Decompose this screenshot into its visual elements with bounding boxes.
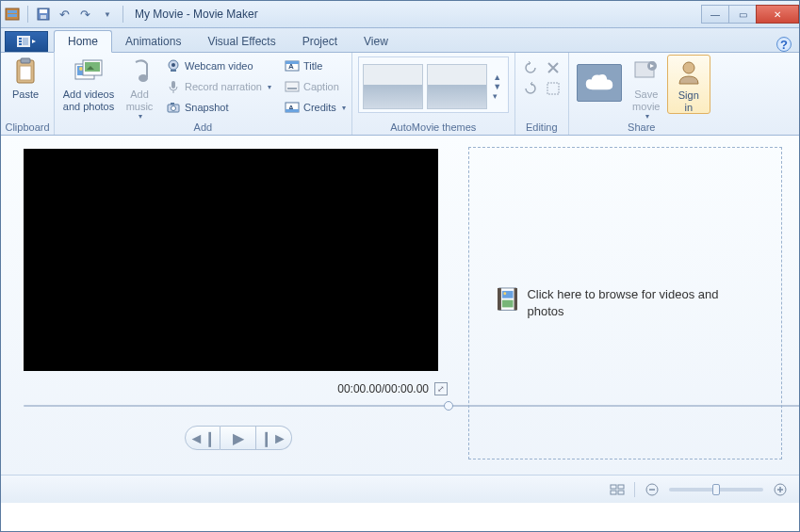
gallery-more-button[interactable]: ▲▼▾ — [491, 73, 504, 101]
group-editing: Editing — [515, 53, 569, 135]
preview-pane: 00:00.00/00:00.00 ⤢ ◄❙ ▶ ❙► — [1, 136, 463, 475]
title-button[interactable]: A Title — [283, 56, 348, 75]
camera-icon — [166, 100, 181, 115]
svg-rect-47 — [502, 291, 514, 298]
time-display: 00:00.00/00:00.00 — [337, 382, 429, 395]
save-movie-icon — [631, 56, 661, 87]
svg-point-25 — [171, 63, 175, 67]
add-videos-label: Add videos and photos — [63, 89, 114, 112]
svg-rect-10 — [23, 38, 28, 45]
tab-project[interactable]: Project — [289, 31, 351, 52]
svg-rect-35 — [286, 82, 299, 91]
play-button[interactable]: ▶ — [220, 426, 256, 450]
paste-button[interactable]: Paste — [5, 55, 46, 101]
file-tab[interactable] — [5, 31, 48, 52]
cloud-icon — [577, 64, 622, 102]
seek-slider[interactable] — [24, 401, 453, 411]
minimize-button[interactable]: — — [701, 5, 729, 24]
save-movie-button[interactable]: Save movie▾ — [626, 55, 667, 121]
caption-button[interactable]: Caption — [283, 77, 348, 96]
theme-thumbnail[interactable] — [427, 64, 487, 109]
add-music-button[interactable]: Add music▾ — [119, 55, 160, 121]
title-label: Title — [303, 60, 322, 72]
webcam-icon — [166, 58, 181, 73]
group-clipboard: Paste Clipboard — [1, 53, 55, 135]
theme-thumbnail[interactable] — [363, 64, 423, 109]
fullscreen-icon[interactable]: ⤢ — [434, 382, 448, 395]
storyboard-pane: Click here to browse for videos and phot… — [463, 136, 799, 475]
automovie-gallery[interactable]: ▲▼▾ — [358, 56, 509, 113]
svg-rect-13 — [20, 66, 31, 80]
title-icon: A — [285, 58, 300, 73]
credits-icon: A — [285, 100, 300, 115]
zoom-in-button[interactable] — [773, 482, 788, 497]
svg-rect-40 — [547, 83, 559, 94]
rotate-left-icon[interactable] — [523, 60, 538, 75]
video-preview — [24, 149, 438, 371]
group-label-editing: Editing — [519, 121, 564, 135]
next-frame-button[interactable]: ❙► — [256, 426, 292, 450]
drop-text: Click here to browse for videos and phot… — [527, 286, 753, 319]
svg-rect-26 — [171, 70, 176, 72]
svg-point-48 — [503, 293, 506, 296]
clipboard-icon — [10, 56, 41, 87]
paste-label: Paste — [12, 89, 39, 101]
help-icon[interactable]: ? — [776, 37, 792, 52]
group-label-clipboard: Clipboard — [5, 121, 50, 135]
rotate-right-icon[interactable] — [523, 81, 538, 96]
svg-rect-36 — [287, 88, 297, 89]
redo-icon[interactable]: ↷ — [77, 7, 92, 22]
webcam-video-button[interactable]: Webcam video — [164, 56, 273, 75]
credits-button[interactable]: A Credits▾ — [283, 98, 348, 117]
svg-rect-27 — [171, 81, 175, 89]
svg-point-23 — [139, 74, 148, 82]
svg-rect-4 — [40, 9, 47, 13]
snapshot-label: Snapshot — [185, 102, 228, 113]
zoom-slider[interactable] — [669, 488, 763, 492]
zoom-thumb[interactable] — [712, 484, 720, 495]
tab-view[interactable]: View — [351, 31, 401, 52]
svg-rect-46 — [514, 288, 518, 310]
app-icon — [5, 7, 20, 22]
maximize-button[interactable]: ▭ — [728, 5, 757, 24]
seek-thumb[interactable] — [444, 401, 453, 411]
add-music-label: Add music — [126, 89, 154, 112]
snapshot-button[interactable]: Snapshot — [164, 98, 273, 117]
tab-visual-effects[interactable]: Visual Effects — [194, 31, 288, 52]
delete-icon[interactable] — [546, 60, 561, 75]
thumbnails-view-icon[interactable] — [610, 482, 625, 497]
window-controls: — ▭ ✕ — [702, 5, 799, 24]
person-icon — [674, 57, 704, 88]
music-icon — [124, 56, 155, 87]
caption-icon — [285, 79, 300, 94]
cloud-button[interactable] — [573, 55, 626, 104]
group-label-automovie: AutoMovie themes — [356, 121, 511, 135]
tab-home[interactable]: Home — [54, 30, 112, 53]
sign-in-label: Sign in — [678, 89, 699, 113]
group-label-add: Add — [58, 121, 348, 135]
playback-controls: ◄❙ ▶ ❙► — [24, 426, 453, 450]
microphone-icon — [166, 79, 181, 94]
select-all-icon[interactable] — [546, 81, 561, 96]
svg-point-20 — [79, 67, 83, 71]
webcam-label: Webcam video — [185, 60, 253, 72]
add-videos-photos-button[interactable]: Add videos and photos — [58, 55, 119, 112]
svg-rect-51 — [618, 485, 624, 489]
drop-area[interactable]: Click here to browse for videos and phot… — [468, 147, 782, 459]
close-button[interactable]: ✕ — [756, 5, 799, 24]
content-area: 00:00.00/00:00.00 ⤢ ◄❙ ▶ ❙► Click here t… — [1, 136, 799, 475]
prev-frame-button[interactable]: ◄❙ — [185, 426, 220, 450]
record-narration-button[interactable]: Record narration▾ — [164, 77, 273, 96]
window-title: My Movie - Movie Maker — [135, 8, 258, 21]
svg-rect-2 — [8, 14, 17, 17]
qat-dropdown-icon[interactable]: ▼ — [100, 7, 115, 22]
svg-rect-49 — [502, 300, 514, 308]
title-bar: ↶ ↷ ▼ My Movie - Movie Maker — ▭ ✕ — [1, 1, 799, 28]
svg-rect-12 — [21, 58, 30, 63]
tab-animations[interactable]: Animations — [112, 31, 194, 52]
zoom-out-button[interactable] — [645, 482, 660, 497]
undo-icon[interactable]: ↶ — [57, 7, 72, 22]
sign-in-button[interactable]: Sign in — [667, 55, 710, 114]
save-icon[interactable] — [36, 7, 51, 22]
time-display-row: 00:00.00/00:00.00 ⤢ — [24, 382, 453, 395]
